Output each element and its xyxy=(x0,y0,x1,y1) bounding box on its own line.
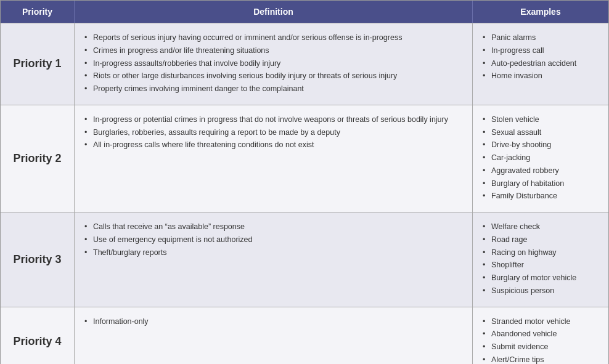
table-row: Priority 2In-progress or potential crime… xyxy=(1,105,608,212)
priority-cell: Priority 3 xyxy=(1,212,75,307)
definition-cell: Reports of serious injury having occurre… xyxy=(75,23,473,105)
example-item: Burglary of motor vehicle xyxy=(483,272,599,284)
definition-item: In-progress assaults/robberies that invo… xyxy=(84,58,462,70)
table-row: Priority 1Reports of serious injury havi… xyxy=(1,23,608,105)
example-item: Auto-pedestrian accident xyxy=(483,58,599,70)
example-item: Drive-by shooting xyxy=(483,139,599,151)
example-item: Alert/Crime tips xyxy=(483,354,599,364)
example-item: Sexual assault xyxy=(483,127,599,139)
example-item: Welfare check xyxy=(483,221,599,233)
definition-item: Theft/burglary reports xyxy=(84,247,462,259)
example-item: Family Disturbance xyxy=(483,190,599,202)
priority-cell: Priority 4 xyxy=(1,307,75,365)
priority-cell: Priority 1 xyxy=(1,23,75,105)
definition-item: Property crimes involving imminent dange… xyxy=(84,83,462,95)
examples-cell: Panic alarmsIn-progress callAuto-pedestr… xyxy=(473,23,608,105)
definition-item: Burglaries, robberies, assaults requirin… xyxy=(84,127,462,139)
definition-cell: In-progress or potential crimes in progr… xyxy=(75,105,473,212)
example-item: Burglary of habitation xyxy=(483,178,599,190)
example-item: Submit evidence xyxy=(483,341,599,353)
table-row: Priority 3Calls that receive an “as avai… xyxy=(1,212,608,307)
example-item: Suspicious person xyxy=(483,285,599,297)
example-item: In-progress call xyxy=(483,45,599,57)
table-body: Priority 1Reports of serious injury havi… xyxy=(1,23,608,364)
example-item: Road rage xyxy=(483,234,599,246)
priority-table: Priority Definition Examples Priority 1R… xyxy=(0,0,609,364)
definition-item: Reports of serious injury having occurre… xyxy=(84,32,462,44)
example-item: Racing on highway xyxy=(483,247,599,259)
definition-item: Crimes in progress and/or life threateni… xyxy=(84,45,462,57)
examples-cell: Stranded motor vehicleAbandoned vehicleS… xyxy=(473,307,608,365)
definition-cell: Calls that receive an “as available” res… xyxy=(75,212,473,307)
definition-cell: Information-only xyxy=(75,307,473,365)
example-item: Aggravated robbery xyxy=(483,165,599,177)
definition-item: Use of emergency equipment is not author… xyxy=(84,234,462,246)
example-item: Stolen vehicle xyxy=(483,114,599,126)
example-item: Shoplifter xyxy=(483,259,599,271)
table-header: Priority Definition Examples xyxy=(1,1,608,23)
example-item: Abandoned vehicle xyxy=(483,328,599,340)
example-item: Car-jacking xyxy=(483,152,599,164)
header-examples: Examples xyxy=(473,1,608,23)
definition-item: All in-progress calls where life threate… xyxy=(84,139,462,151)
table-row: Priority 4Information-onlyStranded motor… xyxy=(1,307,608,365)
examples-cell: Stolen vehicleSexual assaultDrive-by sho… xyxy=(473,105,608,212)
definition-item: Riots or other large disturbances involv… xyxy=(84,70,462,82)
example-item: Home invasion xyxy=(483,70,599,82)
header-priority: Priority xyxy=(1,1,75,23)
definition-item: In-progress or potential crimes in progr… xyxy=(84,114,462,126)
examples-cell: Welfare checkRoad rageRacing on highwayS… xyxy=(473,212,608,307)
example-item: Stranded motor vehicle xyxy=(483,316,599,328)
definition-item: Calls that receive an “as available” res… xyxy=(84,221,462,233)
definition-item: Information-only xyxy=(84,316,462,328)
example-item: Panic alarms xyxy=(483,32,599,44)
priority-cell: Priority 2 xyxy=(1,105,75,212)
header-definition: Definition xyxy=(75,1,473,23)
